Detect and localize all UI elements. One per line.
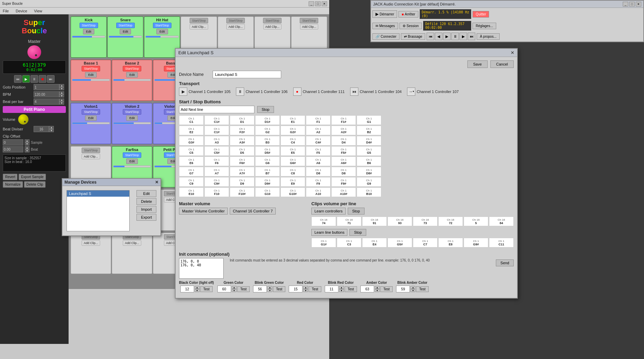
normalize-btn[interactable]: Normalize	[3, 181, 23, 188]
jack-demarrer-btn[interactable]: ▶ Démarrer	[372, 10, 397, 18]
midi-cell-C1#[interactable]: Ch 1C1#	[204, 115, 229, 125]
blink-red-up-btn[interactable]: ▲	[339, 286, 344, 289]
empty6a-add-clip-btn[interactable]: Add Clip...	[82, 240, 100, 246]
green-color-input[interactable]	[217, 286, 231, 292]
empty4-add-clip-btn[interactable]: Add Clip...	[300, 24, 319, 30]
menu-file[interactable]: File	[1, 9, 10, 13]
main-close-btn[interactable]: ✕	[322, 1, 327, 6]
learn-line-stop-btn[interactable]: Stop	[349, 229, 366, 236]
midi-cell-A10#[interactable]: Ch 1A10#	[331, 187, 356, 197]
midi-cell-G2#[interactable]: Ch 1G2#	[281, 126, 305, 135]
empty1-start-stop-btn[interactable]: Start/Stop	[190, 18, 208, 23]
midi-cell-C4[interactable]: Ch 1C4	[281, 136, 305, 146]
learn-line-buttons-btn[interactable]: Learn line buttons	[311, 229, 347, 236]
midi-cell-G1[interactable]: Ch 1G1	[357, 115, 381, 125]
green-color-down-btn[interactable]: ▼	[232, 289, 237, 292]
beat-per-bar-input[interactable]	[34, 99, 59, 105]
midi-cell-G9[interactable]: Ch 1G9	[357, 177, 381, 187]
empty4-start-stop-btn[interactable]: Start/Stop	[300, 18, 318, 23]
offset-sample-up-btn[interactable]: ▲	[25, 139, 29, 142]
blink-amber-down-btn[interactable]: ▼	[410, 289, 415, 292]
volume-knob[interactable]	[18, 114, 28, 125]
transport-play-btn[interactable]: ▶	[22, 75, 30, 83]
offset-beat-down-btn[interactable]: ▼	[25, 149, 29, 152]
bpm-up-btn[interactable]: ▲	[59, 91, 64, 94]
midi-cell-G6[interactable]: Ch 1G6	[255, 157, 280, 166]
midi-cell-F5#[interactable]: Ch 1F5#	[331, 146, 356, 156]
jack-minimize-btn[interactable]: _	[623, 2, 628, 7]
midi-cell-F6[interactable]: Ch 1F6	[204, 157, 229, 166]
black-color-input[interactable]	[180, 286, 194, 292]
master-knob[interactable]	[27, 45, 41, 59]
emptyf0-add-clip-btn[interactable]: Add Clip...	[82, 154, 100, 159]
device-export-btn[interactable]: Export	[136, 214, 156, 221]
jack-ff-btn[interactable]: ⏭	[468, 33, 475, 40]
midi-cell-D4[interactable]: Ch 1D4	[331, 136, 356, 146]
blink-green-down-btn[interactable]: ▼	[267, 289, 272, 292]
green-color-up-btn[interactable]: ▲	[232, 286, 237, 289]
midi-cell-A2[interactable]: Ch 1A2	[306, 126, 331, 135]
device-delete-btn[interactable]: Delete	[136, 198, 156, 205]
device-import-btn[interactable]: Import	[136, 206, 156, 213]
midi-cell-G10#[interactable]: Ch 1G10#	[281, 187, 305, 197]
midi-cell-F5[interactable]: Ch 1F5	[306, 146, 331, 156]
learn-controllers-btn[interactable]: Learn controllers	[311, 208, 346, 215]
midi-cell-C9[interactable]: Ch 1C9	[179, 177, 204, 187]
transport-forward-btn[interactable]: ⏭	[47, 75, 55, 83]
blink-red-down-btn[interactable]: ▼	[339, 289, 344, 292]
beat-divider-down-btn[interactable]: ▼	[49, 129, 54, 132]
midi-cell-A2#[interactable]: Ch 1A2#	[331, 126, 356, 135]
midi-cell-E9[interactable]: Ch 1E9	[281, 177, 305, 187]
offset-sample-input[interactable]	[3, 139, 23, 146]
menu-device[interactable]: Device	[14, 9, 29, 13]
midi-cell-F1[interactable]: Ch 1F1	[306, 115, 331, 125]
empty3-add-clip-btn[interactable]: Add Clip...	[263, 24, 282, 30]
midi-cell-A6#[interactable]: Ch 1A6#	[331, 157, 356, 166]
jack-arreter-btn[interactable]: ■ Arrêter	[398, 11, 418, 18]
farfisa-start-stop-btn[interactable]: Start/Stop	[123, 152, 141, 158]
empty2-start-stop-btn[interactable]: Start/Stop	[226, 18, 245, 23]
black-color-down-btn[interactable]: ▼	[195, 289, 200, 292]
offset-beat-up-btn[interactable]: ▲	[25, 146, 29, 149]
midi-cell-G10[interactable]: Ch 1G10	[255, 187, 280, 197]
midi-cell-C5[interactable]: Ch 1C5	[179, 146, 204, 156]
amber-color-input[interactable]	[360, 286, 374, 292]
violon2-start-stop-btn[interactable]: Start/Stop	[123, 109, 141, 115]
transport-rewind-btn[interactable]: ⏮	[14, 75, 22, 83]
edit-lp-close-btn[interactable]: ✕	[511, 50, 514, 55]
midi-cell-D8#[interactable]: Ch 1D8#	[357, 167, 381, 176]
midi-cell-D1[interactable]: Ch 1D1	[230, 115, 254, 125]
blink-green-input[interactable]	[253, 286, 267, 292]
midi-cell-D4#[interactable]: Ch 1D4#	[357, 136, 381, 146]
jack-close-btn[interactable]: ✕	[636, 2, 641, 7]
amber-color-down-btn[interactable]: ▼	[375, 289, 380, 292]
amber-color-test-btn[interactable]: Test	[380, 286, 393, 292]
midi-cell-A10[interactable]: Ch 1A10	[306, 187, 331, 197]
midi-cell-C8[interactable]: Ch 1C8	[281, 167, 305, 176]
device-edit-btn[interactable]: Edit	[136, 190, 156, 197]
beat-divider-up-btn[interactable]: ▲	[49, 126, 54, 129]
goto-up-btn[interactable]: ▲	[59, 84, 64, 87]
blink-amber-up-btn[interactable]: ▲	[410, 286, 415, 289]
midi-cell-B2[interactable]: Ch 1B2	[357, 126, 381, 135]
midi-cell-C4#[interactable]: Ch 1C4#	[306, 136, 331, 146]
midi-cell-D8[interactable]: Ch 1D8	[306, 167, 331, 176]
beat-per-bar-up-btn[interactable]: ▲	[59, 99, 64, 102]
farfisa-edit-btn[interactable]: Edit	[126, 159, 138, 164]
jack-apropos-btn[interactable]: À propos...	[477, 33, 499, 40]
offset-sample-down-btn[interactable]: ▼	[25, 142, 29, 146]
midi-cell-A6[interactable]: Ch 1A6	[306, 157, 331, 166]
red-color-up-btn[interactable]: ▲	[303, 286, 308, 289]
jack-next-btn[interactable]: ▶	[460, 33, 467, 40]
midi-cell-G3#[interactable]: Ch 1G3#	[179, 136, 204, 146]
empty2-add-clip-btn[interactable]: Add Clip...	[226, 24, 245, 30]
jack-brassage-btn[interactable]: ⇄ Brassage	[401, 33, 425, 40]
midi-cell-E6[interactable]: Ch 1E6	[179, 157, 204, 166]
midi-cell-A3[interactable]: Ch 1A3	[204, 136, 229, 146]
hithat-start-stop-btn[interactable]: Start/Stop	[153, 23, 171, 28]
midi-cell-B3[interactable]: Ch 1B3	[255, 136, 280, 146]
goto-input[interactable]	[34, 84, 59, 90]
empty6b-add-clip-btn[interactable]: Add Clip...	[123, 240, 141, 246]
jack-reglages-btn[interactable]: Réglages...	[473, 23, 496, 29]
snare-start-stop-btn[interactable]: Start/Stop	[116, 23, 135, 28]
